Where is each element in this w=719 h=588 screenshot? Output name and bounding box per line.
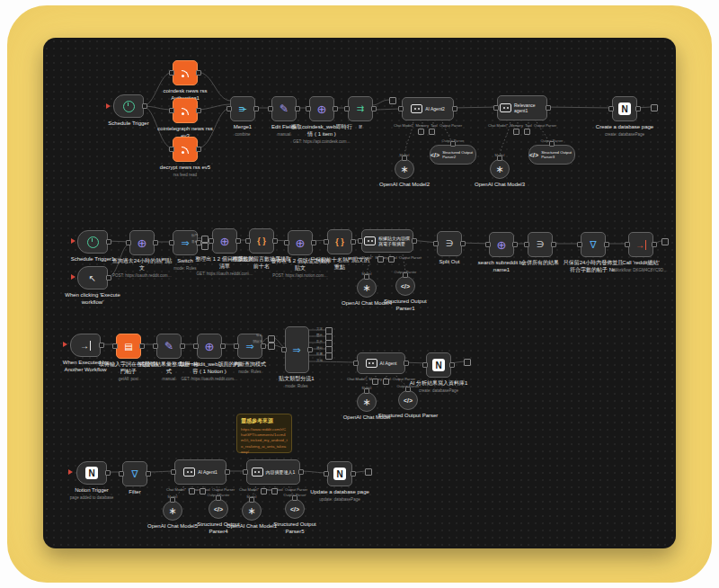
connector-endpoint[interactable] (372, 379, 378, 385)
notion-icon (85, 467, 98, 479)
node-notion-create-page[interactable]: Create a database pagecreate: databasePa… (593, 96, 656, 137)
notion-icon (618, 102, 631, 115)
node-structured-output-parser[interactable]: Output Parser Structured Output Parser (377, 384, 439, 420)
connector-endpoint[interactable] (464, 359, 471, 366)
pencil-icon (280, 103, 288, 114)
node-relevance-agent1[interactable]: Relevance agent1 Chat Model*MemoryToolOu… (486, 95, 558, 128)
clock-icon (123, 101, 135, 112)
openai-icon (495, 165, 503, 174)
robot-icon (366, 359, 377, 368)
node-ai-agent-newsletter[interactable]: 根據貼文內容撰寫電子報摘要 Chat Model*MemoryToolOutpu… (351, 229, 423, 260)
robot-icon (252, 468, 263, 477)
robot-icon (183, 468, 195, 477)
connector-endpoint[interactable] (524, 129, 530, 135)
connector-endpoint[interactable] (201, 236, 209, 243)
node-structured-output-parser3[interactable]: Output Parser Structured Output Parser3 (520, 138, 583, 165)
openai-icon (400, 165, 408, 174)
connector-endpoint[interactable] (201, 243, 209, 250)
connector-endpoint[interactable] (261, 488, 267, 494)
connector-endpoint[interactable] (513, 129, 519, 135)
connector-endpoint[interactable] (661, 238, 669, 245)
notion-icon (333, 468, 346, 480)
globe-icon (138, 237, 147, 249)
code-brackets-icon (529, 152, 538, 158)
node-filter[interactable]: Filter (103, 461, 166, 496)
globe-icon (205, 341, 215, 352)
connector-endpoint[interactable] (383, 379, 389, 385)
rss-icon (181, 68, 191, 78)
sticky-note[interactable]: 靈感參考來源 https://www.reddit.com/r/ChatGPT/… (236, 414, 292, 453)
filter-funnel-icon (131, 469, 138, 479)
connector-endpoint[interactable] (388, 256, 395, 263)
connector-endpoint[interactable] (200, 488, 206, 494)
clock-icon (87, 236, 99, 248)
connector-endpoint[interactable] (429, 129, 435, 135)
openai-icon (168, 506, 176, 516)
rss-icon (181, 106, 191, 116)
connector-endpoint[interactable] (325, 352, 333, 360)
node-structured-output-parser1[interactable]: Output Parser Structured Output Parser1 (374, 270, 437, 313)
node-schedule-trigger[interactable]: Schedule Trigger (97, 94, 160, 128)
split-out-icon (446, 239, 454, 248)
if-branch-icon (357, 104, 364, 113)
node-structured-output-parser5[interactable]: Output Parser Structured Output Parser5 (263, 493, 326, 536)
execute-workflow-icon (635, 240, 646, 250)
execute-workflow-icon (80, 341, 91, 351)
workflow-canvas[interactable]: Schedule Trigger coindesk news rss Authe… (43, 38, 676, 548)
page: { "colors":{"page_bg":"#fdfdfd","card_ye… (0, 0, 719, 588)
connector-endpoint[interactable] (271, 488, 278, 494)
robot-icon (364, 236, 376, 245)
code-brackets-icon (431, 152, 439, 158)
code-brackets-icon (290, 506, 299, 512)
node-ai-agent2[interactable]: AI Agent2 Chat Model*MemoryToolOutput Pa… (392, 97, 464, 128)
switch-icon (292, 345, 300, 355)
code-brackets-icon (401, 283, 410, 290)
openai-icon (362, 283, 370, 293)
globe-icon (296, 237, 306, 249)
connector-endpoint[interactable] (651, 104, 658, 111)
node-ai-agent-summary[interactable]: 內容摘要達人1 Chat Model*MemoryToolOutput Pars… (237, 459, 309, 492)
node-ai-agent[interactable]: AI Agent Chat Model*MemoryToolOutput Par… (345, 352, 417, 381)
connector-endpoint[interactable] (418, 129, 424, 135)
globe-icon (220, 236, 230, 247)
pencil-icon (164, 341, 173, 352)
filter-funnel-icon (590, 240, 596, 250)
code-brackets-icon (404, 397, 413, 404)
robot-icon (411, 104, 422, 113)
openai-icon (247, 506, 255, 516)
connector-endpoint[interactable] (268, 335, 275, 343)
connector-endpoint[interactable] (189, 488, 195, 494)
notion-icon (432, 359, 445, 371)
code-icon (335, 237, 344, 246)
node-rss-3[interactable]: decrypt news rss ev5rss feed read (154, 137, 217, 177)
openai-icon (362, 397, 370, 407)
robot-icon (500, 103, 511, 112)
rss-icon (181, 145, 191, 155)
code-icon (257, 236, 266, 245)
merge-icon (238, 104, 248, 112)
post-card-icon (124, 342, 132, 352)
cursor-icon (89, 273, 96, 283)
globe-icon (317, 103, 327, 115)
connector-endpoint[interactable] (365, 468, 372, 476)
connector-endpoint[interactable] (268, 343, 275, 350)
connector-endpoint[interactable] (389, 97, 396, 104)
globe-icon (497, 239, 507, 251)
node-if[interactable]: If (329, 96, 392, 131)
node-ai-agent1[interactable]: AI Agent1 Chat Model*MemoryToolOutput Pa… (164, 459, 236, 492)
connector-endpoint[interactable] (377, 256, 384, 263)
split-out-icon (537, 240, 545, 249)
